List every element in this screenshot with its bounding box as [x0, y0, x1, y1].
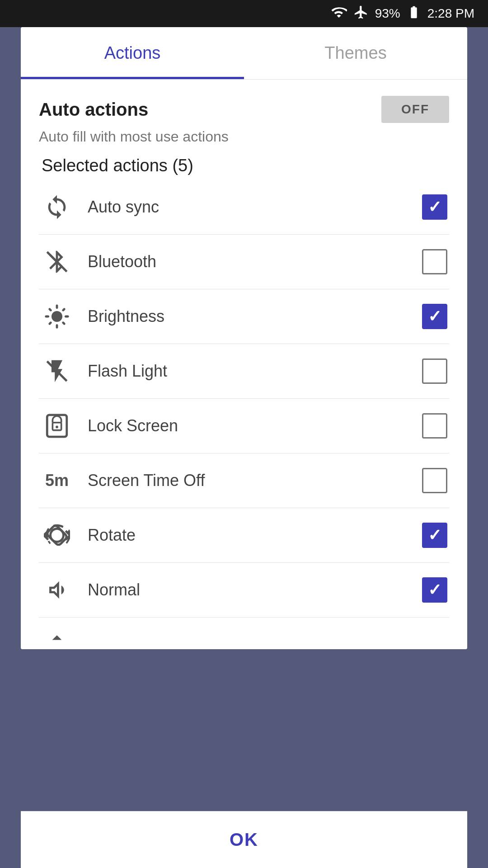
checkbox-checked-indicator	[422, 523, 447, 548]
partial-icon-wrap	[39, 627, 75, 640]
checkbox-unchecked-indicator	[422, 359, 447, 384]
list-item: Flash Light	[39, 344, 449, 399]
flash-icon	[44, 358, 70, 384]
lock-icon-wrap	[39, 413, 75, 439]
auto-sync-label: Auto sync	[88, 198, 420, 217]
bluetooth-icon	[44, 249, 70, 275]
battery-icon	[407, 5, 421, 23]
auto-actions-subtitle: Auto fill with most use actions	[39, 128, 449, 145]
volume-icon-wrap	[39, 577, 75, 603]
auto-sync-checkbox[interactable]	[420, 193, 449, 222]
list-item: Brightness	[39, 289, 449, 344]
screen-time-icon: 5m	[45, 471, 69, 490]
auto-sync-icon-wrap	[39, 194, 75, 220]
wifi-icon	[331, 4, 347, 24]
clock: 2:28 PM	[427, 6, 474, 21]
brightness-icon	[44, 303, 70, 330]
rotate-icon	[44, 522, 70, 548]
volume-icon	[44, 577, 70, 603]
rotate-icon-wrap	[39, 522, 75, 548]
bluetooth-checkbox[interactable]	[420, 247, 449, 276]
dialog-footer: OK	[21, 811, 467, 868]
list-item: Auto sync	[39, 180, 449, 235]
screen-time-label: Screen Time Off	[88, 471, 420, 490]
auto-sync-icon	[44, 194, 70, 220]
flash-icon-wrap	[39, 358, 75, 384]
selected-actions-heading: Selected actions (5)	[39, 156, 449, 175]
checkbox-unchecked-indicator	[422, 249, 447, 274]
brightness-icon-wrap	[39, 303, 75, 330]
lock-screen-icon	[44, 413, 70, 439]
auto-actions-title: Auto actions	[39, 99, 148, 120]
screen-time-checkbox[interactable]	[420, 466, 449, 495]
partial-icon	[46, 627, 68, 640]
lock-screen-checkbox[interactable]	[420, 411, 449, 440]
tab-actions[interactable]: Actions	[21, 27, 244, 79]
dialog-content: Auto actions OFF Auto fill with most use…	[21, 80, 467, 649]
status-bar: 93% 2:28 PM	[0, 0, 488, 27]
tabs-container: Actions Themes	[21, 27, 467, 80]
auto-actions-header: Auto actions OFF	[39, 96, 449, 123]
action-list: Auto sync Bluetooth	[39, 180, 449, 640]
checkbox-checked-indicator	[422, 577, 447, 603]
rotate-checkbox[interactable]	[420, 521, 449, 550]
status-icons: 93% 2:28 PM	[331, 4, 474, 24]
airplane-icon	[353, 5, 369, 23]
bluetooth-label: Bluetooth	[88, 252, 420, 271]
screen-time-icon-wrap: 5m	[39, 471, 75, 490]
lock-screen-label: Lock Screen	[88, 416, 420, 435]
dialog: Actions Themes Auto actions OFF Auto fil…	[21, 27, 467, 649]
bluetooth-icon-wrap	[39, 249, 75, 275]
rotate-label: Rotate	[88, 526, 420, 545]
checkbox-checked-indicator	[422, 194, 447, 220]
svg-point-4	[56, 426, 58, 429]
list-item: 5m Screen Time Off	[39, 453, 449, 508]
tab-themes[interactable]: Themes	[244, 27, 467, 79]
list-item: Normal	[39, 563, 449, 618]
flash-checkbox[interactable]	[420, 357, 449, 386]
list-item: Rotate	[39, 508, 449, 563]
list-item: Bluetooth	[39, 235, 449, 289]
normal-label: Normal	[88, 580, 420, 599]
auto-actions-toggle[interactable]: OFF	[381, 96, 449, 123]
normal-checkbox[interactable]	[420, 576, 449, 604]
brightness-checkbox[interactable]	[420, 302, 449, 331]
list-item-partial	[39, 618, 449, 640]
list-item: Lock Screen	[39, 399, 449, 453]
checkbox-unchecked-indicator	[422, 413, 447, 439]
flash-label: Flash Light	[88, 362, 420, 381]
checkbox-checked-indicator	[422, 304, 447, 329]
brightness-label: Brightness	[88, 307, 420, 326]
checkbox-unchecked-indicator	[422, 468, 447, 493]
ok-button[interactable]: OK	[211, 825, 277, 854]
battery-percent: 93%	[375, 6, 400, 21]
